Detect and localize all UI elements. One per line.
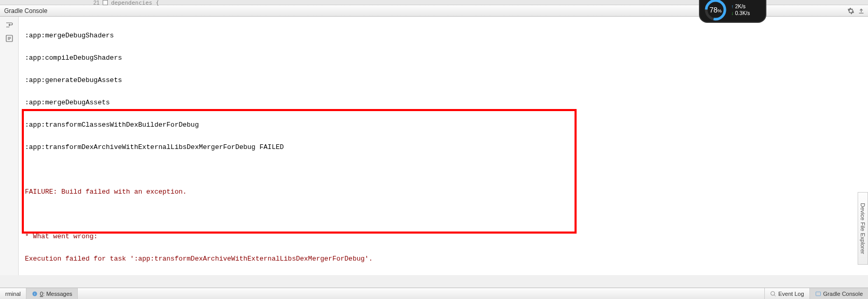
collapse-icon[interactable] [858, 7, 865, 15]
task-line: :app:compileDebugShaders [25, 52, 862, 64]
event-log-button[interactable]: Event Log [764, 288, 809, 299]
gradle-console-button[interactable]: Gradle Console [809, 288, 868, 299]
soft-wrap-icon[interactable] [4, 20, 15, 30]
svg-point-5 [771, 291, 775, 295]
tab-terminal[interactable]: rminal [0, 288, 26, 299]
checkbox-icon [103, 0, 108, 5]
svg-rect-6 [816, 292, 820, 296]
task-line: :app:mergeDebugAssets [25, 97, 862, 108]
usage-donut: 78% [704, 0, 727, 21]
blank-line [25, 209, 862, 220]
tab-messages[interactable]: i 0: Messages [26, 288, 78, 299]
task-line: :app:mergeDebugShaders [25, 30, 862, 42]
what-went-wrong-header: * What went wrong: [25, 231, 862, 242]
task-line: :app:generateDebugAssets [25, 75, 862, 86]
download-speed: 0.3K/s [731, 10, 750, 16]
upload-speed: 2K/s [731, 4, 750, 9]
side-tab-device-explorer[interactable]: Device File Explorer [858, 192, 868, 265]
status-bar: rminal i 0: Messages Event Log Gradle Co… [0, 288, 868, 299]
failure-header: FAILURE: Build failed with an exception. [25, 186, 862, 198]
console-output[interactable]: :app:mergeDebugShaders :app:compileDebug… [19, 17, 868, 275]
error-detail: Execution failed for task ':app:transfor… [25, 253, 862, 265]
gear-icon[interactable] [847, 7, 855, 15]
task-line: :app:transformDexArchiveWithExternalLibs… [25, 142, 862, 153]
line-number: 21 [93, 0, 100, 6]
task-line: :app:transformClassesWithDexBuilderForDe… [25, 119, 862, 131]
code-hint: dependencies { [111, 0, 159, 6]
console-area: :app:mergeDebugShaders :app:compileDebug… [0, 17, 868, 275]
network-monitor-overlay: 78% 2K/s 0.3K/s [699, 0, 766, 23]
gutter [0, 17, 19, 275]
scroll-end-icon[interactable] [4, 33, 15, 44]
svg-text:i: i [34, 292, 35, 295]
blank-line [25, 164, 862, 175]
